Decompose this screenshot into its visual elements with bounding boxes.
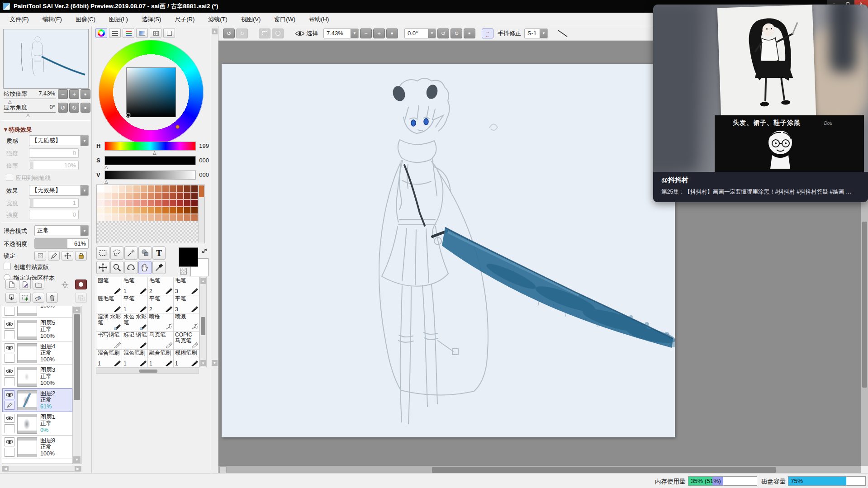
- color-swatch[interactable]: [162, 199, 169, 207]
- color-swatch[interactable]: [126, 192, 133, 199]
- lock-paint-button[interactable]: [48, 251, 60, 261]
- color-swatch[interactable]: [169, 199, 176, 207]
- layer-paint-indicator[interactable]: [5, 401, 14, 410]
- video-miniplayer[interactable]: 头发、裙子、鞋子涂黑 Dou @抖抖村 第25集：【抖抖村】画画一定要懂哪里涂黑…: [653, 5, 868, 202]
- color-swatch[interactable]: [104, 192, 111, 199]
- layer-paint-indicator[interactable]: [5, 307, 14, 316]
- menu-item[interactable]: 图像(C): [69, 13, 102, 26]
- eyedropper-tool[interactable]: [152, 261, 166, 274]
- brush-cell[interactable]: 混合笔刷 1: [96, 350, 122, 368]
- layer-list-scrollbar[interactable]: ▲ ▼: [72, 306, 81, 464]
- color-swatch[interactable]: [140, 192, 147, 199]
- rect-select-tool[interactable]: [96, 246, 109, 260]
- canvas-zoom-dropdown[interactable]: 7.43%▼: [323, 28, 359, 38]
- layer-row[interactable]: 图层3 正常 100%: [2, 365, 72, 389]
- text-tool[interactable]: T: [152, 246, 166, 260]
- hue-marker[interactable]: [175, 125, 180, 129]
- invert-selection-button[interactable]: [272, 28, 284, 38]
- color-swatch[interactable]: [126, 214, 133, 221]
- swap-colors-button[interactable]: [201, 247, 208, 255]
- color-swatch[interactable]: [119, 207, 126, 214]
- brush-cell[interactable]: 毛笔 2: [148, 277, 174, 295]
- color-swatch[interactable]: [176, 207, 184, 214]
- transparent-color-swatch[interactable]: [180, 268, 187, 275]
- deselect-button[interactable]: [259, 28, 270, 38]
- color-swatch[interactable]: [191, 207, 198, 214]
- brush-cell[interactable]: COPIC 马克笔: [174, 332, 199, 350]
- stabilizer-dropdown[interactable]: S-1▼: [524, 28, 548, 38]
- layer-visibility-toggle[interactable]: [5, 390, 14, 399]
- effect-dropdown[interactable]: 【无效果】▼: [29, 185, 89, 196]
- layer-thumbnail[interactable]: [17, 437, 37, 457]
- color-swatch[interactable]: [140, 199, 147, 207]
- layer-row[interactable]: 图层5 正常 100%: [2, 318, 72, 341]
- brush-cell[interactable]: 喷溅: [174, 313, 199, 332]
- color-swatch[interactable]: [191, 214, 198, 221]
- color-swatch[interactable]: [133, 192, 140, 199]
- color-swatch[interactable]: [104, 185, 111, 192]
- brush-cell[interactable]: 毛笔 1: [122, 277, 148, 295]
- layer-paint-indicator[interactable]: [5, 330, 14, 339]
- menu-item[interactable]: 选择(S): [135, 13, 168, 26]
- color-swatch[interactable]: [111, 192, 119, 199]
- brush-cell[interactable]: 平笔 1: [122, 295, 148, 313]
- color-swatch[interactable]: [133, 207, 140, 214]
- brush-cell[interactable]: 标记 钢笔: [122, 332, 148, 350]
- line-sample-icon[interactable]: [557, 29, 569, 38]
- layer-thumbnail[interactable]: [17, 306, 37, 316]
- color-swatch[interactable]: [162, 214, 169, 221]
- color-mixer-tab[interactable]: [136, 28, 148, 38]
- color-swatch[interactable]: [126, 207, 133, 214]
- menu-item[interactable]: 窗口(W): [267, 13, 302, 26]
- rotate-view-tool[interactable]: [124, 261, 138, 274]
- canvas-document[interactable]: [222, 64, 675, 437]
- delete-layer-button[interactable]: [46, 293, 58, 303]
- lock-all-button[interactable]: [75, 251, 87, 261]
- menu-item[interactable]: 滤镜(T): [201, 13, 234, 26]
- swatches-grid-tab[interactable]: [150, 28, 161, 38]
- zoom-tool[interactable]: [110, 261, 123, 274]
- canvas-zoom-reset-button[interactable]: ■: [386, 28, 398, 38]
- brush-cell[interactable]: 马克笔: [148, 332, 174, 350]
- shape-tool[interactable]: [138, 246, 152, 260]
- rgb-sliders-tab[interactable]: [123, 28, 134, 38]
- layer-visibility-toggle[interactable]: [5, 414, 14, 423]
- magic-wand-tool[interactable]: [124, 246, 138, 260]
- zoom-in-button[interactable]: ＋: [69, 89, 79, 99]
- color-swatch[interactable]: [111, 214, 119, 221]
- brush-cell[interactable]: 书写钢笔: [96, 332, 122, 350]
- new-folder-button[interactable]: [33, 280, 44, 289]
- brush-hscrollbar[interactable]: [96, 369, 199, 374]
- undo-button[interactable]: ↺: [223, 28, 235, 38]
- brush-cell[interactable]: 喷枪: [148, 313, 174, 332]
- texture-dropdown[interactable]: 【无质感】▼: [29, 135, 89, 146]
- color-swatch[interactable]: [126, 185, 133, 192]
- lock-transparency-button[interactable]: [34, 251, 46, 261]
- foreground-color-swatch[interactable]: [179, 247, 198, 267]
- flip-horizontal-button[interactable]: →←: [482, 28, 493, 38]
- layer-thumbnail[interactable]: [17, 320, 37, 340]
- value-slider-marker[interactable]: △: [104, 180, 108, 184]
- color-swatch[interactable]: [104, 207, 111, 214]
- layer-thumbnail[interactable]: [17, 343, 37, 363]
- sv-marker[interactable]: [126, 113, 130, 117]
- color-wheel-tab[interactable]: [95, 28, 107, 38]
- lock-move-button[interactable]: [62, 251, 73, 261]
- color-swatch[interactable]: [119, 185, 126, 192]
- color-swatch[interactable]: [97, 199, 104, 207]
- menu-item[interactable]: 文件(F): [3, 13, 36, 26]
- brush-cell[interactable]: 湿润 水彩笔: [96, 313, 122, 332]
- color-swatch[interactable]: [169, 185, 176, 192]
- brush-cell[interactable]: 融合笔刷 1: [148, 350, 174, 368]
- color-swatch[interactable]: [140, 207, 147, 214]
- merge-down-button[interactable]: [5, 293, 17, 303]
- symmetry-ruler-button[interactable]: [59, 280, 71, 289]
- menu-item[interactable]: 尺子(R): [168, 13, 201, 26]
- color-swatch[interactable]: [104, 214, 111, 221]
- color-swatch[interactable]: [184, 185, 191, 192]
- swatch-scrollbar[interactable]: [198, 185, 204, 243]
- color-swatch[interactable]: [104, 199, 111, 207]
- zoom-out-button[interactable]: −: [58, 89, 68, 99]
- new-linework-layer-button[interactable]: [19, 280, 31, 289]
- color-swatch[interactable]: [133, 185, 140, 192]
